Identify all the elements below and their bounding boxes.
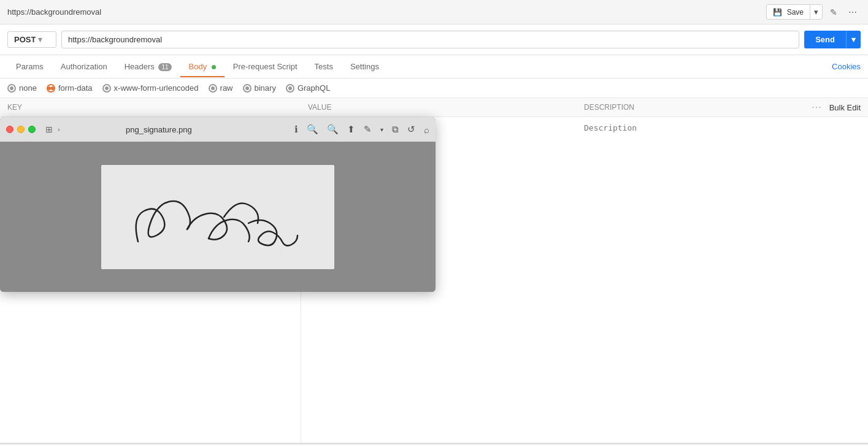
preview-signature-container [101,165,334,269]
floppy-icon: 💾 [773,8,782,17]
body-type-none[interactable]: none [7,83,37,93]
close-button[interactable] [6,126,13,133]
send-chevron-icon[interactable]: ▾ [846,31,861,48]
minimize-button[interactable] [17,126,25,133]
info-icon[interactable]: ℹ [294,124,298,135]
tab-authorization[interactable]: Authorization [52,56,116,77]
preview-titlebar: ⊞ › png_signature.png ℹ 🔍 🔍 ⬆ ✎ ▾ ⧉ ↺ ⌕ [0,117,436,142]
radio-raw-dot [209,84,217,93]
description-area [577,117,868,443]
tab-tests[interactable]: Tests [306,56,342,77]
description-input[interactable] [577,117,868,443]
body-type-urlencoded[interactable]: x-www-form-urlencoded [102,83,199,93]
table-header: KEY VALUE DESCRIPTION ··· Bulk Edit [0,98,868,117]
radio-urlencoded-dot [102,84,111,93]
save-button[interactable]: 💾 Save [767,6,810,19]
tab-headers[interactable]: Headers 11 [116,56,180,77]
body-type-row: none form-data x-www-form-urlencoded raw… [0,78,868,98]
save-button-group: 💾 Save ▾ [766,4,823,20]
main-content: ⊞ › png_signature.png ℹ 🔍 🔍 ⬆ ✎ ▾ ⧉ ↺ ⌕ [0,117,868,443]
more-icon[interactable]: ··· [812,102,821,113]
bulk-edit-button[interactable]: Bulk Edit [829,103,861,112]
col-key-header: KEY [7,103,308,112]
body-dot [212,65,216,69]
method-label: POST [14,35,36,44]
col-desc-header: DESCRIPTION [584,103,812,112]
save-chevron-button[interactable]: ▾ [810,5,822,19]
share-icon[interactable]: ⬆ [347,124,355,135]
url-input[interactable] [61,31,799,48]
method-chevron-icon: ▾ [38,35,50,44]
col-value-header: VALUE [308,103,584,112]
send-button[interactable]: Send ▾ [804,31,861,48]
tab-settings[interactable]: Settings [342,56,388,77]
cookies-link-container: Cookies [832,62,861,71]
preview-body [0,142,436,292]
annotate-icon[interactable]: ✎ [364,124,372,135]
radio-binary-dot [243,84,252,93]
url-bar: POST ▾ Send ▾ [0,25,868,55]
response-tabs-row: Body Cookies Headers 7 Test Results 🌐 St… [0,445,868,447]
file-preview-overlay: ⊞ › png_signature.png ℹ 🔍 🔍 ⬆ ✎ ▾ ⧉ ↺ ⌕ [0,117,436,292]
copy-icon[interactable]: ⧉ [392,124,399,135]
radio-none-dot [7,84,16,93]
zoom-out-icon[interactable]: 🔍 [307,124,318,135]
body-type-binary[interactable]: binary [243,83,276,93]
annotate-chevron-icon[interactable]: ▾ [380,126,383,133]
cookies-link[interactable]: Cookies [832,62,861,71]
headers-badge: 11 [158,63,171,71]
body-type-graphql[interactable]: GraphQL [286,83,330,93]
method-select[interactable]: POST ▾ [7,31,56,48]
tab-params[interactable]: Params [7,56,52,77]
bottom-panel: Body Cookies Headers 7 Test Results 🌐 St… [0,443,868,447]
tab-pre-request[interactable]: Pre-request Script [225,56,306,77]
preview-toolbar: ℹ 🔍 🔍 ⬆ ✎ ▾ ⧉ ↺ ⌕ [294,124,429,135]
top-bar-actions: 💾 Save ▾ ✎ ⋯ [766,4,861,20]
request-tabs: Params Authorization Headers 11 Body Pre… [0,55,868,78]
top-bar: https://backgroundremoval 💾 Save ▾ ✎ ⋯ [0,0,868,25]
table-actions: ··· Bulk Edit [812,102,861,113]
edit-icon-button[interactable]: ✎ [826,5,841,20]
body-type-form-data[interactable]: form-data [47,83,93,93]
search-icon[interactable]: ⌕ [424,124,429,135]
preview-filename: png_signature.png [28,125,290,134]
preview-signature-svg [101,168,334,266]
top-bar-title: https://backgroundremoval [7,7,101,17]
radio-graphql-dot [286,84,294,93]
rotate-icon[interactable]: ↺ [407,124,415,135]
more-options-button[interactable]: ⋯ [845,5,861,20]
zoom-in-icon[interactable]: 🔍 [327,124,339,135]
tab-body[interactable]: Body [180,56,225,77]
radio-form-data-dot [47,84,55,93]
body-type-raw[interactable]: raw [209,83,233,93]
